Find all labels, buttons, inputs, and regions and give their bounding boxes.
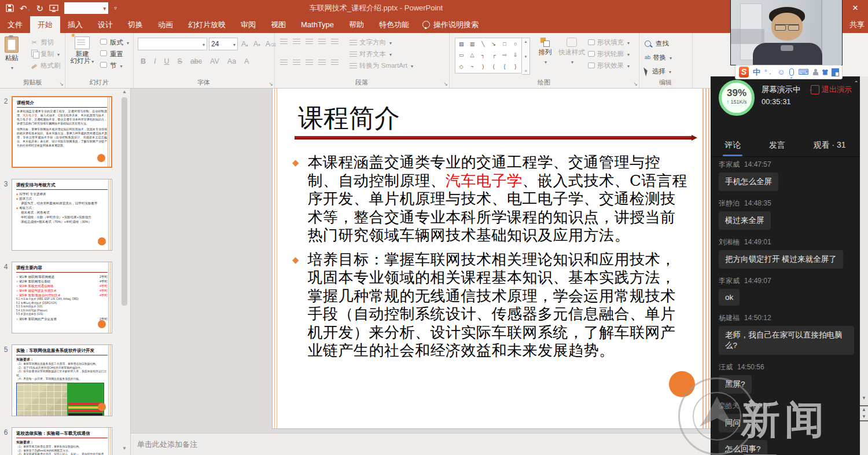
- shape-fill-button[interactable]: 形状填充: [588, 36, 630, 48]
- shape-glyph-15[interactable]: (: [493, 64, 495, 69]
- sogou-logo-icon[interactable]: S: [739, 67, 749, 78]
- gallery-up-icon[interactable]: ▴: [525, 39, 527, 44]
- slide-thumbnail-4[interactable]: 课程主要内容○ 第1章 物联网/车联网概述2学时○ 第2章 车联网理论基础4学时…: [12, 262, 112, 333]
- scroll-up-icon[interactable]: ▲: [120, 88, 128, 96]
- columns-icon[interactable]: [331, 60, 339, 65]
- select-button[interactable]: 选择: [645, 65, 672, 77]
- align-center-icon[interactable]: [293, 60, 300, 65]
- align-right-icon[interactable]: [306, 60, 313, 65]
- format-painter-button[interactable]: 格式刷: [30, 60, 61, 71]
- collapse-chevron-icon[interactable]: ⌃: [854, 80, 859, 86]
- font-style-button-s[interactable]: S: [176, 57, 184, 65]
- slide-canvas[interactable]: 课程简介 ◆本课程涵盖交通类专业的交通工程学、交通管理与控制、自动控制原理、汽车…: [272, 88, 715, 429]
- font-style-button-av[interactable]: AV: [208, 57, 221, 65]
- chat-tab-1[interactable]: 发言: [768, 137, 786, 154]
- share-button[interactable]: 共享: [849, 16, 865, 33]
- ribbon-tab-4[interactable]: 切换: [120, 16, 150, 33]
- shape-glyph-10[interactable]: ⇨: [502, 53, 507, 58]
- font-style-button-i[interactable]: I: [152, 57, 157, 65]
- ribbon-tab-1[interactable]: 开始: [30, 16, 60, 33]
- text-direction-button[interactable]: 文字方向: [350, 36, 413, 48]
- thumbnail-scrollbar[interactable]: ▲ ▼: [120, 88, 128, 455]
- shape-glyph-6[interactable]: ▭: [459, 53, 464, 58]
- webcam-video[interactable]: [731, 0, 842, 65]
- gallery-down-icon[interactable]: ▾: [525, 54, 527, 59]
- copy-button[interactable]: 复制: [30, 48, 61, 60]
- chat-message-list[interactable]: 李家威14:47:57手机怎么全屏张静泊14:48:35横过来全屏刘湘楠14:4…: [719, 160, 854, 455]
- shape-glyph-4[interactable]: □: [503, 42, 506, 47]
- new-slide-button[interactable]: 新建幻灯片: [67, 33, 97, 65]
- shape-outline-button[interactable]: 形状轮廓: [588, 48, 630, 60]
- replace-button[interactable]: ab替换: [645, 52, 672, 63]
- shapes-gallery-scroll[interactable]: ▴ ▾ ≡: [522, 38, 530, 75]
- bullets-icon[interactable]: [280, 39, 288, 44]
- font-size-combo[interactable]: 24: [209, 38, 238, 50]
- exit-presentation-button[interactable]: 退出演示: [811, 85, 852, 95]
- numbering-icon[interactable]: [293, 39, 300, 44]
- grow-font-button[interactable]: A▴: [240, 40, 250, 48]
- ribbon-tab-9[interactable]: MathType: [293, 16, 341, 33]
- shape-glyph-11[interactable]: ⇩: [513, 53, 518, 58]
- ribbon-tab-11[interactable]: 特色功能: [372, 16, 417, 33]
- line-spacing-icon[interactable]: [331, 39, 339, 44]
- scrollbar-thumb[interactable]: [122, 97, 127, 306]
- gallery-more-icon[interactable]: ≡: [524, 69, 527, 73]
- align-text-button[interactable]: 对齐文本: [350, 48, 413, 60]
- chat-scroll-down-icon[interactable]: ▼: [860, 394, 868, 403]
- dialog-launcher-icon[interactable]: [269, 81, 273, 87]
- chinese-mode-icon[interactable]: 中: [753, 68, 760, 76]
- quick-styles-button[interactable]: 快速样式: [557, 34, 587, 65]
- chat-scrollbar[interactable]: ▼ ▲ ▼: [860, 76, 868, 455]
- decrease-indent-icon[interactable]: [306, 39, 313, 44]
- ribbon-tab-10[interactable]: 帮助: [341, 16, 372, 33]
- shape-glyph-7[interactable]: △: [470, 53, 475, 58]
- reset-button[interactable]: 重置: [100, 48, 129, 60]
- cut-button[interactable]: ✂剪切: [30, 36, 61, 48]
- shape-glyph-14[interactable]: ): [482, 64, 484, 69]
- slide-thumbnail-6[interactable]: 返校选做实验：实验箱—车载无线通信实验要求：（1）掌握车载无线通信原理，掌握各协…: [12, 427, 112, 455]
- justify-icon[interactable]: [318, 60, 326, 65]
- shape-glyph-12[interactable]: ◇: [459, 64, 464, 69]
- chat-scroll-to-bottom-icon[interactable]: ▼: [860, 413, 868, 421]
- slide-thumbnail-2[interactable]: 课程简介本课程涵盖交通类专业的交通工程学、交通管理与控制、自动控制原理、汽车电子…: [12, 96, 112, 168]
- punctuation-icon[interactable]: °，: [764, 69, 773, 75]
- chat-tab-2[interactable]: 观看 · 31: [812, 137, 847, 154]
- tell-me-search[interactable]: 操作说明搜索: [417, 16, 479, 33]
- find-button[interactable]: 查找: [645, 38, 672, 49]
- soft-keyboard-icon[interactable]: ⌨: [798, 68, 809, 76]
- toolbox-icon[interactable]: [832, 69, 838, 76]
- chat-tab-0[interactable]: 评论: [723, 137, 742, 154]
- skin-icon[interactable]: [822, 69, 829, 75]
- shape-glyph-5[interactable]: ○: [514, 42, 517, 47]
- account-icon[interactable]: [813, 69, 818, 75]
- ribbon-tab-2[interactable]: 插入: [60, 16, 90, 33]
- align-left-icon[interactable]: [280, 60, 288, 65]
- ribbon-tab-7[interactable]: 审阅: [233, 16, 263, 33]
- slide-body-text[interactable]: ◆本课程涵盖交通类专业的交通工程学、交通管理与控制、自动控制原理、汽车电子学、嵌…: [292, 153, 689, 366]
- dialog-launcher-icon[interactable]: [633, 81, 638, 87]
- ribbon-tab-3[interactable]: 设计: [90, 16, 120, 33]
- shapes-gallery[interactable]: ▧▥╲↘□○▭△┐┌⇨⇩◇~)({}: [455, 38, 522, 74]
- shape-glyph-1[interactable]: ▥: [470, 42, 475, 47]
- font-style-button-a[interactable]: A: [242, 57, 251, 65]
- shape-glyph-13[interactable]: ~: [470, 64, 473, 69]
- shape-glyph-3[interactable]: ↘: [492, 42, 496, 47]
- slide-title[interactable]: 课程简介: [298, 101, 400, 135]
- dialog-launcher-icon[interactable]: [59, 81, 64, 87]
- ribbon-tab-0[interactable]: 文件: [0, 16, 30, 33]
- ribbon-tab-5[interactable]: 动画: [150, 16, 181, 33]
- font-style-button-abc[interactable]: abc: [189, 57, 204, 65]
- smartart-button[interactable]: 转换为 SmartArt: [350, 60, 413, 71]
- shape-effects-button[interactable]: 形状效果: [588, 60, 630, 71]
- font-style-button-aa[interactable]: Aa: [226, 57, 238, 65]
- font-name-combo[interactable]: [138, 38, 207, 50]
- shape-glyph-2[interactable]: ╲: [481, 42, 484, 47]
- ribbon-tab-8[interactable]: 视图: [263, 16, 293, 33]
- arrange-button[interactable]: 排列: [535, 34, 556, 65]
- shape-glyph-0[interactable]: ▧: [459, 42, 464, 47]
- increase-indent-icon[interactable]: [318, 39, 326, 44]
- scroll-down-icon[interactable]: ▼: [120, 445, 128, 453]
- dialog-launcher-icon[interactable]: [443, 81, 448, 87]
- font-style-button-u[interactable]: U: [163, 57, 171, 65]
- slide-thumbnail-5[interactable]: 实验：车联网信息服务系统软件设计开发实验要求：（1）掌握车联网信息服务系统工作原…: [12, 344, 112, 416]
